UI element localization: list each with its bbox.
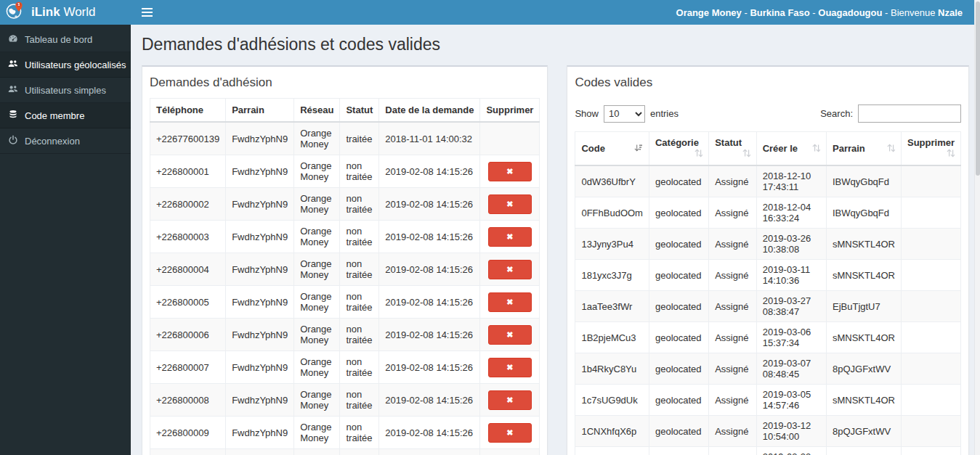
cell-code: 1CNXhfqX6p bbox=[575, 416, 649, 447]
cell-code: 1c7sUG9dUk bbox=[575, 385, 649, 416]
delete-button[interactable]: ✖ bbox=[488, 292, 532, 312]
col-reseau: Réseau bbox=[294, 99, 340, 123]
cell-reseau: Orange Money bbox=[294, 155, 340, 188]
cell-code: 0FFhBudOOm bbox=[575, 197, 649, 229]
cell-categorie: geolocated bbox=[649, 322, 708, 353]
main-content: Demandes d'adhésions et codes valides De… bbox=[131, 25, 980, 455]
sidebar-item-tableau-de-bord[interactable]: Tableau de bord bbox=[0, 27, 131, 52]
col-categorie-sortable[interactable]: Catégorie bbox=[649, 132, 708, 166]
cell-code: 1b4RkyC8Yu bbox=[575, 353, 649, 385]
delete-button[interactable]: ✖ bbox=[488, 325, 532, 345]
demandes-panel-title: Demandes d'adhésion bbox=[142, 67, 547, 98]
cell-code: 1B2pjeMCu3 bbox=[575, 322, 649, 353]
cell-statut: non traitée bbox=[340, 253, 379, 286]
delete-button[interactable]: ✖ bbox=[488, 423, 532, 443]
table-row: 13Jyny3Pu4 geolocated Assigné 2019-03-26… bbox=[575, 229, 961, 260]
cell-parrain: FwdhzYphN9 bbox=[226, 319, 294, 351]
cell-code: 181yxc3J7g bbox=[575, 260, 649, 291]
cell-statut: non traitée bbox=[340, 449, 379, 455]
delete-button[interactable]: ✖ bbox=[488, 390, 532, 410]
close-icon: ✖ bbox=[506, 428, 513, 438]
scrollbar[interactable] bbox=[974, 0, 980, 455]
cell-statut: traitée bbox=[340, 122, 379, 155]
sidebar-item-label: Utilisateurs géolocalisés bbox=[25, 60, 126, 70]
close-icon: ✖ bbox=[506, 232, 513, 242]
cell-statut: Assigné bbox=[709, 447, 757, 455]
cell-supprimer: ✖ bbox=[480, 188, 540, 221]
delete-button[interactable]: ✖ bbox=[488, 227, 532, 247]
entries-label: entries bbox=[650, 108, 679, 119]
scrollbar-thumb[interactable] bbox=[976, 1, 980, 176]
cell-phone: +22677600139 bbox=[150, 122, 226, 155]
sidebar-item-utilisateurs-simples[interactable]: Utilisateurs simples bbox=[0, 78, 131, 103]
cell-statut: non traitée bbox=[340, 221, 379, 253]
cell-supprimer bbox=[901, 197, 960, 229]
delete-button[interactable]: ✖ bbox=[488, 162, 532, 181]
cell-code: 1d9CDtc4mv bbox=[575, 447, 649, 455]
sidebar-item-code-membre[interactable]: Code membre bbox=[0, 103, 131, 128]
cell-statut: Assigné bbox=[709, 416, 757, 447]
cell-supprimer bbox=[480, 122, 540, 155]
cell-reseau: Orange Money bbox=[294, 122, 340, 155]
cell-categorie: geolocated bbox=[649, 416, 708, 447]
sort-both-icon bbox=[812, 144, 820, 155]
close-icon: ✖ bbox=[506, 395, 513, 405]
sidebar-toggle-button[interactable] bbox=[131, 0, 163, 25]
delete-button[interactable]: ✖ bbox=[488, 260, 532, 279]
cell-supprimer bbox=[901, 291, 960, 322]
cell-parrain: sMNSKTL4OR bbox=[826, 322, 901, 353]
cell-statut: non traitée bbox=[340, 351, 379, 384]
cell-supprimer: ✖ bbox=[480, 449, 540, 455]
table-row: +226800009 FwdhzYphN9 Orange Money non t… bbox=[150, 417, 540, 449]
sidebar-item-deconnexion[interactable]: Déconnexion bbox=[0, 128, 131, 154]
cell-supprimer: ✖ bbox=[480, 286, 540, 319]
close-icon: ✖ bbox=[506, 363, 513, 372]
database-icon bbox=[8, 110, 18, 122]
hamburger-icon bbox=[142, 8, 153, 17]
cell-date: 2019-02-08 14:15:26 bbox=[379, 351, 480, 384]
cell-date: 2019-02-08 14:15:26 bbox=[379, 253, 480, 286]
delete-button[interactable]: ✖ bbox=[488, 194, 532, 214]
cell-parrain: IBWqyGbqFd bbox=[826, 165, 901, 197]
cell-statut: non traitée bbox=[340, 286, 379, 319]
page-length-select[interactable]: 10 bbox=[604, 105, 645, 123]
cell-reseau: Orange Money bbox=[294, 188, 340, 221]
col-creer-le-sortable[interactable]: Créer le bbox=[756, 132, 826, 166]
cell-parrain: EjBuTjgtU7 bbox=[826, 291, 901, 322]
cell-statut: Assigné bbox=[709, 291, 757, 322]
cell-statut: Assigné bbox=[709, 322, 757, 353]
cell-phone: +226800010 bbox=[150, 449, 226, 455]
tachometer-icon bbox=[8, 33, 18, 46]
cell-supprimer: ✖ bbox=[480, 319, 540, 351]
table-row: +226800008 FwdhzYphN9 Orange Money non t… bbox=[150, 384, 540, 417]
adhesion-table: Téléphone Parrain Réseau Statut Date de … bbox=[150, 98, 540, 455]
cell-phone: +226800007 bbox=[150, 351, 226, 384]
cell-cree-le: 2019-03-11 14:10:36 bbox=[756, 260, 826, 291]
table-row: +22677600139 FwdhzYphN9 Orange Money tra… bbox=[150, 122, 540, 155]
col-statut-sortable[interactable]: Statut bbox=[709, 132, 757, 166]
cell-cree-le: 2019-03-07 08:48:45 bbox=[756, 353, 826, 385]
close-icon: ✖ bbox=[506, 298, 513, 307]
user-context-banner: Orange Money - Burkina Faso - Ouagadougo… bbox=[676, 0, 974, 25]
sort-both-icon bbox=[742, 149, 750, 160]
cell-parrain: EjBuTjgtU7 bbox=[826, 447, 901, 455]
delete-button[interactable]: ✖ bbox=[488, 358, 532, 377]
cell-parrain: FwdhzYphN9 bbox=[226, 122, 294, 155]
close-icon: ✖ bbox=[506, 167, 513, 176]
table-row: +226800004 FwdhzYphN9 Orange Money non t… bbox=[150, 253, 540, 286]
cell-parrain: FwdhzYphN9 bbox=[226, 188, 294, 221]
app-logo[interactable]: $ iLink World bbox=[0, 0, 131, 25]
col-supprimer-sortable[interactable]: Supprimer bbox=[901, 132, 960, 166]
cell-date: 2019-02-08 14:15:26 bbox=[379, 286, 480, 319]
cell-phone: +226800002 bbox=[150, 188, 226, 221]
col-parrain-sortable[interactable]: Parrain bbox=[826, 132, 901, 166]
cell-statut: Assigné bbox=[709, 260, 757, 291]
sidebar: Tableau de bord Utilisateurs géolocalisé… bbox=[0, 25, 131, 455]
table-row: 1B2pjeMCu3 geolocated Assigné 2019-03-06… bbox=[575, 322, 961, 353]
cell-parrain: sMNSKTL4OR bbox=[826, 260, 901, 291]
col-code-sortable[interactable]: Code bbox=[575, 132, 649, 166]
sidebar-item-utilisateurs-geolocalises[interactable]: Utilisateurs géolocalisés bbox=[0, 52, 131, 78]
search-input[interactable] bbox=[858, 104, 961, 123]
cell-supprimer bbox=[901, 260, 960, 291]
table-row: +226800005 FwdhzYphN9 Orange Money non t… bbox=[150, 286, 540, 319]
